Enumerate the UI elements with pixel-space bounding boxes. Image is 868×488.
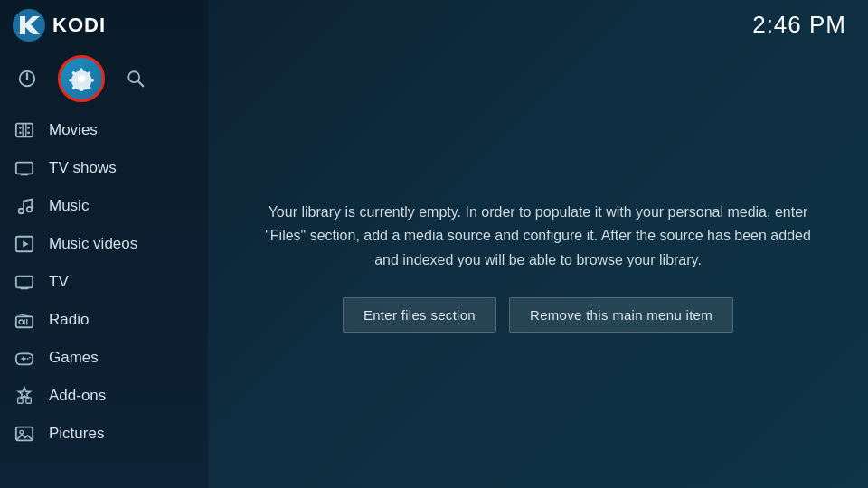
power-button[interactable]	[13, 64, 42, 93]
svg-point-8	[19, 127, 22, 129]
svg-point-24	[19, 320, 24, 324]
remove-menu-item-button[interactable]: Remove this main menu item	[509, 297, 733, 333]
radio-icon	[13, 308, 36, 332]
settings-icon	[69, 66, 94, 91]
sidebar-header: KODI	[0, 0, 208, 50]
tvshows-icon	[13, 156, 36, 180]
tv-label: TV	[49, 273, 69, 291]
movies-label: Movies	[49, 121, 98, 139]
addons-icon	[13, 384, 36, 408]
music-icon	[13, 194, 36, 218]
main-content: 2:46 PM Your library is currently empty.…	[208, 0, 868, 488]
addons-label: Add-ons	[49, 387, 106, 405]
svg-rect-14	[16, 163, 33, 174]
sidebar-item-games[interactable]: Games	[0, 339, 208, 377]
svg-point-11	[27, 131, 30, 134]
kodi-logo-icon	[13, 9, 45, 42]
svg-line-6	[138, 81, 144, 87]
enter-files-button[interactable]: Enter files section	[343, 297, 496, 333]
music-label: Music	[49, 197, 89, 215]
svg-marker-20	[23, 240, 28, 247]
svg-rect-7	[16, 124, 33, 137]
search-icon	[126, 69, 146, 89]
library-empty-message: Your library is currently empty. In orde…	[262, 201, 814, 272]
sidebar: KODI Movies	[0, 0, 208, 488]
radio-label: Radio	[49, 311, 89, 329]
sidebar-item-music[interactable]: Music	[0, 187, 208, 225]
svg-point-9	[27, 127, 30, 129]
settings-button[interactable]	[58, 55, 105, 102]
tvshows-label: TV shows	[49, 159, 117, 177]
svg-point-10	[19, 131, 22, 134]
sidebar-item-tv[interactable]: TV	[0, 263, 208, 301]
sidebar-icon-row	[0, 50, 208, 111]
sidebar-item-radio[interactable]: Radio	[0, 301, 208, 339]
sidebar-item-musicvideos[interactable]: Music videos	[0, 225, 208, 263]
pictures-label: Pictures	[49, 425, 104, 443]
svg-point-36	[20, 430, 24, 434]
sidebar-item-addons[interactable]: Add-ons	[0, 377, 208, 415]
top-bar: 2:46 PM	[208, 0, 868, 45]
games-icon	[13, 346, 36, 370]
action-buttons: Enter files section Remove this main men…	[343, 297, 733, 333]
svg-rect-21	[16, 277, 33, 288]
pictures-icon	[13, 422, 36, 446]
search-button[interactable]	[121, 64, 150, 93]
clock-display: 2:46 PM	[752, 11, 846, 34]
sidebar-item-pictures[interactable]: Pictures	[0, 415, 208, 453]
movies-icon	[13, 118, 36, 142]
games-label: Games	[49, 349, 99, 367]
svg-point-32	[29, 357, 31, 359]
sidebar-item-tvshows[interactable]: TV shows	[0, 149, 208, 187]
sidebar-item-movies[interactable]: Movies	[0, 111, 208, 149]
svg-point-31	[27, 358, 29, 360]
app-title: KODI	[52, 14, 106, 37]
musicvideos-icon	[13, 232, 36, 256]
musicvideos-label: Music videos	[49, 235, 137, 253]
power-icon	[17, 69, 37, 89]
tv-icon	[13, 270, 36, 294]
content-area: Your library is currently empty. In orde…	[208, 45, 868, 488]
